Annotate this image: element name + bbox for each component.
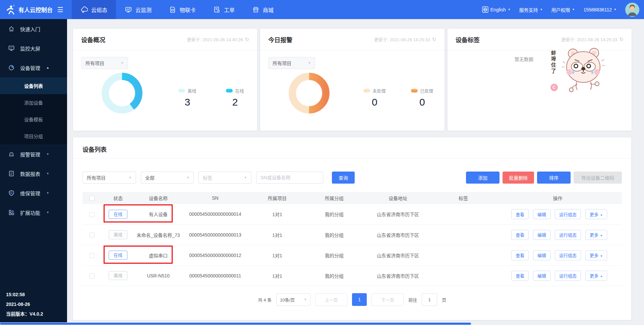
more-button[interactable]: 更多▼ xyxy=(585,209,607,219)
view-button[interactable]: 查看 xyxy=(511,271,529,281)
more-label: 更多 xyxy=(590,253,598,258)
sidebar-item-add-device[interactable]: 添加设备 xyxy=(0,94,67,111)
extensions-grid-icon xyxy=(8,209,15,216)
refresh-icon[interactable]: ↻ xyxy=(619,37,624,43)
avatar[interactable] xyxy=(625,3,639,17)
row-checkbox[interactable] xyxy=(90,253,95,258)
sort-button[interactable]: 排序 xyxy=(537,172,571,184)
device-project: 1对1 xyxy=(249,204,306,224)
chevron-down-icon: ▼ xyxy=(614,8,617,11)
tab-iot-card[interactable]: 物联卡 xyxy=(160,0,204,19)
edit-button[interactable]: 编辑 xyxy=(533,271,550,281)
chevron-down-icon: ▼ xyxy=(540,8,543,11)
account-menu[interactable]: 15588836112 ▼ xyxy=(583,7,617,12)
overview-legend: 离线 3 在线 2 xyxy=(173,87,249,108)
device-tag xyxy=(433,245,493,265)
chevron-down-icon: ▼ xyxy=(572,8,575,11)
crying-bear-sticker: 蚌埠住了 C xyxy=(550,46,608,100)
tag-filter-select[interactable]: 标签 ▼ xyxy=(198,172,251,184)
edit-button[interactable]: 编辑 xyxy=(533,209,550,219)
refresh-icon[interactable]: ↻ xyxy=(432,37,436,43)
refresh-icon[interactable]: ↻ xyxy=(245,37,249,43)
more-button[interactable]: 更多▼ xyxy=(585,271,607,281)
view-button[interactable]: 查看 xyxy=(511,209,529,219)
tab-cloud-monitor[interactable]: 云监测 xyxy=(116,0,160,19)
run-scada-button[interactable]: 运行组态 xyxy=(555,230,581,240)
edit-button[interactable]: 编辑 xyxy=(533,250,550,260)
today-alarms-card: 今日报警 更新于: 2021-08-26 14:25:33 ↻ 所有项目 ▼ xyxy=(260,29,444,131)
col-status: 状态 xyxy=(101,192,135,204)
sidebar-item-quick-start[interactable]: 快速入门 xyxy=(0,19,67,39)
export-qr-button[interactable]: 导出设备二维码 xyxy=(574,172,622,184)
device-mgmt-icon xyxy=(8,64,15,71)
legend-handled: 已处理 0 xyxy=(408,87,436,108)
horizontal-scrollbar-track[interactable] xyxy=(0,322,644,325)
page-1-button[interactable]: 1 xyxy=(352,293,367,306)
overview-project-select[interactable]: 所有项目 ▼ xyxy=(81,57,128,69)
sidebar-item-extensions[interactable]: 扩展功能 ▼ xyxy=(0,203,67,222)
prev-page-button[interactable]: 上一页 xyxy=(315,293,347,306)
chevron-down-icon: ▼ xyxy=(186,176,189,179)
run-scada-button[interactable]: 运行组态 xyxy=(555,209,581,219)
page-size-select[interactable]: 10条/页 ▼ xyxy=(276,293,310,306)
more-button[interactable]: 更多▼ xyxy=(585,250,607,260)
sidebar: 快速入门 监控大屏 设备管理 ▲ 设备列表 添加设备 设备模板 项目分组 xyxy=(0,19,67,325)
table-header-row: 状态 设备名称 SN 所属项目 所属分组 设备地址 标签 操作 xyxy=(82,192,622,204)
sidebar-item-device-mgmt[interactable]: 设备管理 ▲ xyxy=(0,58,67,77)
goto-page-input[interactable] xyxy=(422,293,437,306)
tab-work-order[interactable]: 工单 xyxy=(204,0,243,19)
run-scada-button[interactable]: 运行组态 xyxy=(555,271,581,281)
sidebar-item-data-report[interactable]: 数据报表 ▼ xyxy=(0,164,67,183)
view-button[interactable]: 查看 xyxy=(511,250,529,260)
view-button[interactable]: 查看 xyxy=(511,230,529,240)
tab-label: 云监测 xyxy=(135,6,152,14)
row-checkbox[interactable] xyxy=(90,273,95,278)
legend-label: 未处理 xyxy=(372,87,386,94)
sidebar-item-device-list[interactable]: 设备列表 xyxy=(0,77,67,94)
row-checkbox[interactable] xyxy=(90,212,95,217)
sidebar-item-device-template[interactable]: 设备模板 xyxy=(0,111,67,128)
batch-delete-button[interactable]: 批量删除 xyxy=(503,172,534,184)
chevron-down-icon: ▼ xyxy=(600,234,603,237)
sn-search-input[interactable] xyxy=(256,172,323,184)
sidebar-item-monitor-screen[interactable]: 监控大屏 xyxy=(0,39,67,58)
chevron-down-icon: ▼ xyxy=(46,191,49,195)
run-scada-button[interactable]: 运行组态 xyxy=(555,250,581,260)
permission-menu[interactable]: 用户权限 ▼ xyxy=(551,6,575,13)
device-project: 1对1 xyxy=(249,265,306,286)
tab-cloud-scada[interactable]: 云组态 xyxy=(72,0,116,19)
edit-button[interactable]: 编辑 xyxy=(533,230,550,240)
more-button[interactable]: 更多▼ xyxy=(585,230,607,240)
project-filter-select[interactable]: 所有项目 ▼ xyxy=(82,172,136,184)
add-device-button[interactable]: 添加 xyxy=(466,172,500,184)
horizontal-scrollbar-thumb[interactable] xyxy=(0,323,471,325)
support-label: 服务支持 xyxy=(519,6,538,13)
chevron-down-icon: ▼ xyxy=(46,172,49,175)
next-page-button[interactable]: 下一页 xyxy=(371,293,404,306)
chevron-up-icon: ▲ xyxy=(46,66,49,69)
select-value: 所有项目 xyxy=(85,60,104,66)
alarms-project-select[interactable]: 所有项目 ▼ xyxy=(268,57,315,69)
select-all-checkbox[interactable] xyxy=(90,196,95,201)
language-selector[interactable]: English ▼ xyxy=(482,6,511,13)
search-button[interactable]: 查询 xyxy=(332,172,355,184)
language-label: English xyxy=(490,7,506,12)
support-menu[interactable]: 服务支持 ▼ xyxy=(519,6,543,13)
chevron-down-icon: ▼ xyxy=(46,211,49,214)
device-group: 我的分组 xyxy=(306,204,363,224)
legend-offline: 离线 3 xyxy=(173,87,202,108)
version-label: 当前版本：V4.0.2 xyxy=(6,309,43,319)
sidebar-item-alarm-mgmt[interactable]: 报警管理 ▼ xyxy=(0,144,67,164)
row-checkbox[interactable] xyxy=(90,233,95,238)
legend-pending: 未处理 0 xyxy=(360,87,389,108)
sidebar-item-maintenance[interactable]: 维保管理 ▼ xyxy=(0,183,67,203)
chevron-down-icon: ▼ xyxy=(308,61,311,65)
sidebar-item-label: 报警管理 xyxy=(20,151,40,158)
sidebar-item-project-group[interactable]: 项目分组 xyxy=(0,128,67,144)
hamburger-icon[interactable]: ☰ xyxy=(57,6,63,13)
submenu-item-label: 添加设备 xyxy=(24,99,43,106)
status-filter-select[interactable]: 全部 ▼ xyxy=(141,172,194,184)
alarms-legend: 未处理 0 已处理 0 xyxy=(360,87,436,108)
col-sn: SN xyxy=(182,192,249,204)
tab-mall[interactable]: 商城 xyxy=(243,0,282,19)
